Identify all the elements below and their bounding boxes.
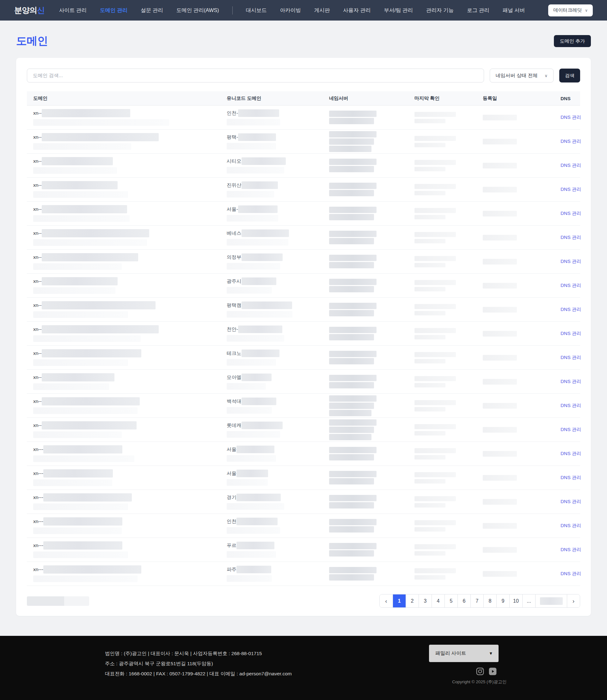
- cell-unicode-domain: 평택-: [221, 133, 323, 149]
- domain-prefix: xn---: [33, 543, 43, 548]
- redacted-block: [415, 520, 456, 525]
- redacted-block: [42, 229, 149, 237]
- instagram-icon[interactable]: [476, 667, 484, 676]
- pagination-page-2[interactable]: 2: [405, 594, 419, 608]
- dns-manage-link[interactable]: DNS 관리: [561, 331, 581, 336]
- dns-manage-link[interactable]: DNS 관리: [561, 163, 581, 168]
- table-row: xn--천안-DNS 관리: [27, 322, 580, 346]
- nav-item-대시보드[interactable]: 대시보드: [246, 7, 267, 14]
- dns-manage-link[interactable]: DNS 관리: [561, 451, 581, 456]
- pagination-page-4[interactable]: 4: [432, 594, 444, 608]
- pagination-page-...[interactable]: ...: [522, 594, 535, 608]
- youtube-icon[interactable]: [488, 667, 497, 676]
- dns-manage-link[interactable]: DNS 관리: [561, 282, 581, 288]
- dns-manage-link[interactable]: DNS 관리: [561, 571, 581, 576]
- brand-logo[interactable]: 분양의신: [14, 5, 45, 16]
- cell-domain: xn--: [27, 253, 221, 270]
- pagination-page-7[interactable]: 7: [470, 594, 483, 608]
- pagination-page-6[interactable]: 6: [458, 594, 470, 608]
- redacted-block: [236, 470, 268, 477]
- dns-manage-link[interactable]: DNS 관리: [561, 475, 581, 480]
- dns-manage-link[interactable]: DNS 관리: [561, 139, 581, 144]
- cell-unicode-domain: 푸르: [221, 542, 323, 558]
- dns-manage-link[interactable]: DNS 관리: [561, 114, 581, 120]
- dns-manage-link[interactable]: DNS 관리: [561, 210, 581, 216]
- nav-item-부서/팀 관리[interactable]: 부서/팀 관리: [384, 7, 413, 14]
- domain-list-card: 네임서버 상태 전체 ∨ 검색 도메인 유니코드 도메인 네임서버 마지막 확인…: [16, 58, 591, 616]
- nav-item-로그 관리[interactable]: 로그 관리: [467, 7, 489, 14]
- dns-manage-link[interactable]: DNS 관리: [561, 355, 581, 360]
- dns-manage-link[interactable]: DNS 관리: [561, 234, 581, 240]
- footer-company-info: 법인명 : (주)광고인 | 대표이사 : 문시욱 | 사업자등록번호 : 26…: [105, 650, 292, 681]
- redacted-block: [415, 455, 445, 460]
- redacted-block: [329, 519, 377, 525]
- domain-line: xn---: [33, 493, 221, 502]
- pagination-next-button[interactable]: ›: [567, 594, 580, 608]
- domain-line: xn--: [33, 277, 221, 285]
- cell-registered-date: [477, 571, 554, 577]
- cell-registered-date: [477, 451, 554, 457]
- pagination-page-10[interactable]: 10: [509, 594, 522, 608]
- unicode-prefix: 서울-: [227, 206, 238, 213]
- dns-manage-link[interactable]: DNS 관리: [561, 403, 581, 408]
- pagination-page-3[interactable]: 3: [419, 594, 432, 608]
- redacted-block: [329, 478, 374, 485]
- redacted-block: [329, 207, 377, 213]
- cell-unicode-domain: 의정부: [221, 253, 323, 270]
- cell-nameserver: [323, 395, 408, 417]
- redacted-block: [33, 480, 112, 486]
- data-credit-button[interactable]: 데이터크레딧 ∨: [548, 4, 593, 17]
- pagination-page-9[interactable]: 9: [496, 594, 509, 608]
- table-row: xn--테크노DNS 관리: [27, 346, 580, 370]
- dns-manage-link[interactable]: DNS 관리: [561, 258, 581, 264]
- domain-search-input[interactable]: [27, 69, 484, 83]
- nameserver-status-filter[interactable]: 네임서버 상태 전체 ∨: [490, 69, 553, 83]
- redacted-block: [483, 259, 517, 264]
- cell-dns: DNS 관리: [554, 523, 591, 529]
- nav-item-게시판[interactable]: 게시판: [314, 7, 330, 14]
- redacted-block: [415, 184, 456, 189]
- table-row: xn--평택캠DNS 관리: [27, 298, 580, 322]
- nav-item-도메인 관리(AWS)[interactable]: 도메인 관리(AWS): [176, 7, 219, 14]
- cell-unicode-domain: 테크노: [221, 349, 323, 366]
- domain-prefix: xn--: [33, 302, 42, 308]
- dns-manage-link[interactable]: DNS 관리: [561, 499, 581, 504]
- redacted-block: [33, 383, 109, 390]
- dns-manage-link[interactable]: DNS 관리: [561, 547, 581, 552]
- redacted-block: [42, 373, 114, 381]
- redacted-block: [329, 238, 374, 244]
- family-site-dropdown[interactable]: 패밀리 사이트 ▼: [429, 645, 499, 662]
- redacted-block: [33, 119, 169, 126]
- dns-manage-link[interactable]: DNS 관리: [561, 187, 581, 192]
- pagination-prev-button[interactable]: ‹: [380, 594, 393, 608]
- redacted-block: [43, 469, 113, 478]
- nav-item-사이트 관리[interactable]: 사이트 관리: [59, 7, 87, 14]
- cell-nameserver: [323, 374, 408, 389]
- nav-item-아카이빙[interactable]: 아카이빙: [280, 7, 301, 14]
- nav-item-도메인 관리[interactable]: 도메인 관리: [100, 7, 127, 14]
- pagination-page-5[interactable]: 5: [444, 594, 458, 608]
- domain-line: xn--: [33, 349, 221, 357]
- domain-prefix: xn--: [33, 423, 42, 428]
- pagination-page-8[interactable]: 8: [483, 594, 496, 608]
- redacted-block: [329, 166, 374, 172]
- domain-prefix: xn--: [33, 230, 42, 236]
- domain-prefix: xn---: [33, 494, 43, 500]
- nav-item-설문 관리[interactable]: 설문 관리: [141, 7, 163, 14]
- redacted-block: [540, 597, 563, 605]
- dns-manage-link[interactable]: DNS 관리: [561, 427, 581, 432]
- redacted-block: [236, 542, 274, 549]
- domain-line: xn--: [33, 205, 221, 213]
- unicode-prefix: 베네스: [227, 230, 242, 237]
- dns-manage-link[interactable]: DNS 관리: [561, 523, 581, 528]
- nav-item-관리자 기능[interactable]: 관리자 기능: [426, 7, 454, 14]
- cell-unicode-domain: 파주: [221, 566, 323, 582]
- table-row: xn---파주DNS 관리: [27, 562, 580, 586]
- dns-manage-link[interactable]: DNS 관리: [561, 306, 581, 312]
- nav-item-사용자 관리[interactable]: 사용자 관리: [343, 7, 371, 14]
- nav-item-패널 서버[interactable]: 패널 서버: [503, 7, 525, 14]
- dns-manage-link[interactable]: DNS 관리: [561, 379, 581, 384]
- search-button[interactable]: 검색: [559, 69, 580, 83]
- pagination-page-1[interactable]: 1: [393, 594, 405, 608]
- add-domain-button[interactable]: 도메인 추가: [554, 35, 591, 47]
